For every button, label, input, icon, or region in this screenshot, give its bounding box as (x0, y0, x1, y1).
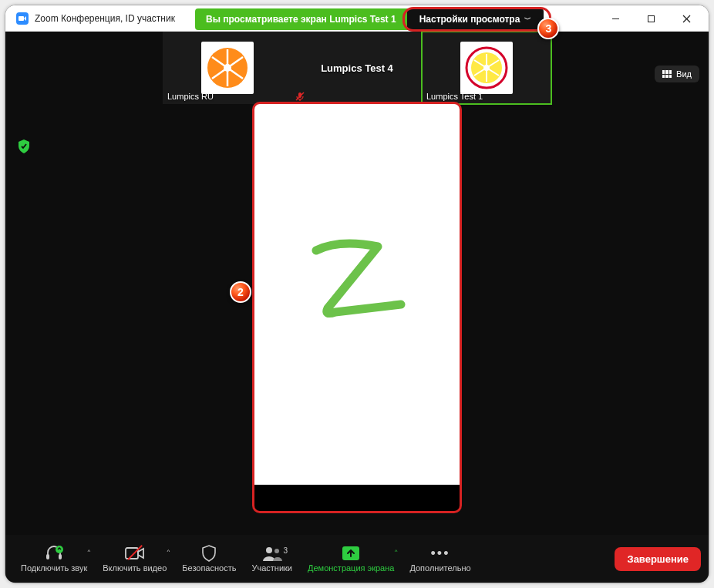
chevron-down-icon: ﹀ (524, 15, 531, 25)
video-off-icon (125, 545, 145, 562)
more-button[interactable]: ••• Дополнительно (402, 545, 478, 573)
share-screen-icon (342, 545, 360, 562)
orange-fruit-icon (206, 46, 249, 89)
join-audio-button[interactable]: ^ Подключить звук (13, 545, 95, 573)
participant-name: Lumpics Test 1 (426, 92, 483, 101)
headphones-icon (45, 545, 63, 562)
grid-icon (662, 70, 672, 78)
participant-tile[interactable]: Lumpics Test 4 (292, 32, 422, 104)
svg-rect-1 (648, 15, 654, 22)
annotation-badge-2: 2 (230, 281, 251, 303)
shared-screen-area: 2 (254, 104, 460, 511)
meeting-stage: Lumpics RU Lumpics Test 4 Lumpics T (5, 32, 709, 583)
share-screen-button[interactable]: ^ Демонстрация экрана (300, 545, 402, 573)
chevron-up-icon: ^ (395, 548, 398, 555)
participant-tile-active[interactable]: Lumpics Test 1 (422, 32, 551, 104)
window-controls (598, 5, 704, 32)
avatar (201, 42, 254, 94)
app-window: Zoom Конференция, ID участник Вы просмат… (5, 5, 709, 583)
share-banner-message: Вы просматриваете экран Lumpics Test 1 (195, 8, 407, 30)
avatar (460, 42, 513, 94)
svg-rect-25 (59, 554, 62, 559)
participants-count: 3 (283, 546, 288, 555)
more-dots-icon: ••• (431, 545, 450, 562)
shared-phone-screen[interactable] (254, 104, 460, 485)
svg-point-11 (224, 64, 231, 72)
screen-share-banner: Вы просматриваете экран Lumpics Test 1 Н… (195, 8, 544, 30)
participant-gallery: Lumpics RU Lumpics Test 4 Lumpics T (5, 32, 709, 104)
svg-point-28 (266, 547, 272, 553)
maximize-button[interactable] (633, 7, 669, 30)
shield-icon (201, 545, 217, 562)
muted-mic-icon (295, 92, 305, 102)
view-options-label: Настройки просмотра (419, 14, 520, 25)
close-button[interactable] (669, 7, 704, 30)
toolbar-label: Подключить звук (21, 563, 87, 573)
end-meeting-button[interactable]: Завершение (615, 547, 701, 571)
end-button-label: Завершение (627, 553, 689, 565)
svg-point-26 (56, 546, 63, 553)
toolbar-label: Демонстрация экрана (308, 563, 394, 573)
participant-name: Lumpics Test 4 (321, 62, 393, 74)
lemon-fruit-icon (465, 46, 508, 89)
toolbar-label: Участники (251, 563, 292, 573)
participants-icon (261, 545, 283, 562)
start-video-button[interactable]: ^ Включить видео (95, 545, 174, 573)
participant-name: Lumpics RU (167, 92, 214, 101)
chevron-up-icon: ^ (87, 548, 90, 555)
encryption-shield-icon[interactable] (18, 139, 30, 156)
svg-point-23 (483, 65, 490, 71)
toolbar-label: Безопасность (182, 563, 236, 573)
view-options-wrap: Настройки просмотра ﹀ 3 (407, 8, 544, 30)
toolbar-label: Включить видео (103, 563, 167, 573)
participant-tile[interactable]: Lumpics RU (163, 32, 292, 104)
view-options-button[interactable]: Настройки просмотра ﹀ (407, 8, 544, 30)
view-mode-button[interactable]: Вид (655, 66, 699, 82)
zoom-logo-icon (16, 12, 29, 25)
minimize-button[interactable] (598, 7, 633, 30)
view-button-label: Вид (676, 69, 692, 79)
svg-rect-24 (46, 554, 49, 559)
meeting-toolbar: ^ Подключить звук ^ Включить видео Безоп (5, 535, 709, 583)
security-button[interactable]: Безопасность (174, 545, 244, 573)
svg-point-29 (274, 549, 279, 553)
toolbar-label: Дополнительно (409, 563, 470, 573)
participants-button[interactable]: 3 Участники (244, 545, 300, 573)
chevron-up-icon: ^ (167, 548, 170, 555)
window-title: Zoom Конференция, ID участник (35, 13, 175, 24)
shared-phone-frame (254, 104, 460, 511)
drawn-letter-z (293, 235, 416, 343)
